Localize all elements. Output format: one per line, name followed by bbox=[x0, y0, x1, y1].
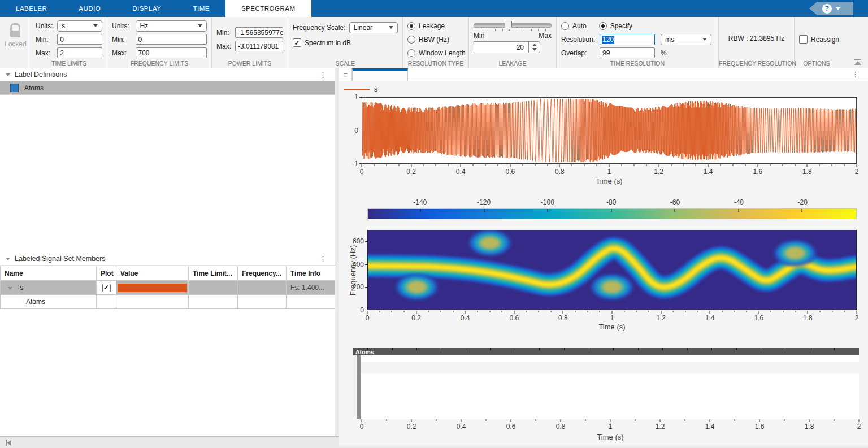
row-expand-icon[interactable] bbox=[8, 287, 12, 290]
freq-min-value: 0 bbox=[138, 36, 142, 44]
tick-mark bbox=[758, 311, 759, 314]
tick-label: 0.2 bbox=[406, 168, 416, 176]
plot-tab[interactable] bbox=[352, 68, 408, 81]
hamburger-icon: ≡ bbox=[343, 71, 348, 79]
cell-time-info[interactable]: Fs: 1.400... bbox=[287, 281, 336, 295]
atoms-track-left-bar[interactable] bbox=[357, 355, 361, 419]
kebab-menu-icon[interactable]: ⋮ bbox=[852, 70, 859, 79]
leakage-value: 20 bbox=[517, 44, 524, 51]
tick-label: 1.6 bbox=[755, 423, 765, 430]
time-max-input[interactable]: 2 bbox=[57, 47, 102, 58]
time-min-input[interactable]: 0 bbox=[57, 34, 102, 45]
specify-radio[interactable] bbox=[599, 22, 607, 30]
overlap-input[interactable]: 99 bbox=[600, 47, 655, 58]
tick-label: 1 bbox=[610, 314, 614, 322]
leakage-value-input[interactable]: 20 bbox=[474, 41, 529, 53]
freq-units-dropdown[interactable]: Hz bbox=[136, 20, 207, 32]
lock-button[interactable]: Locked bbox=[5, 23, 26, 48]
minor-tick-mark bbox=[721, 164, 721, 166]
freq-scale-dropdown[interactable]: Linear bbox=[349, 22, 398, 33]
leakage-slider[interactable] bbox=[474, 23, 552, 28]
legend-label: s bbox=[374, 85, 377, 93]
window-length-radio[interactable] bbox=[407, 49, 415, 57]
tick-mark bbox=[365, 310, 367, 310]
collapse-triangle-icon[interactable] bbox=[6, 258, 10, 260]
collapse-triangle-icon[interactable] bbox=[6, 73, 10, 76]
kebab-menu-icon[interactable]: ⋮ bbox=[319, 255, 327, 263]
resolution-input[interactable]: 120 bbox=[600, 34, 655, 45]
tab-spectrogram[interactable]: SPECTROGRAM bbox=[225, 0, 311, 17]
leakage-radio[interactable] bbox=[407, 22, 415, 30]
signal-xlabel: Time (s) bbox=[362, 177, 857, 185]
resolution-unit-dropdown[interactable]: ms bbox=[661, 34, 711, 45]
power-max-label: Max: bbox=[216, 42, 233, 50]
time-units-dropdown[interactable]: s bbox=[57, 20, 102, 32]
spectrogram-canvas bbox=[368, 230, 856, 310]
spinner-down-icon[interactable] bbox=[532, 48, 537, 51]
auto-radio[interactable] bbox=[561, 22, 569, 30]
signal-plot[interactable] bbox=[362, 97, 857, 164]
rbw-radio[interactable] bbox=[407, 36, 415, 44]
kebab-menu-icon[interactable]: ⋮ bbox=[319, 71, 327, 79]
spinner-up-icon[interactable] bbox=[532, 44, 537, 46]
spectrogram-plot[interactable] bbox=[367, 230, 857, 310]
freq-scale-label: Frequency Scale: bbox=[293, 24, 347, 32]
cell-time-limit[interactable] bbox=[189, 281, 238, 295]
panel-splitter[interactable] bbox=[335, 68, 339, 436]
reassign-checkbox[interactable] bbox=[799, 35, 808, 44]
spectrum-db-checkbox[interactable]: ✓ bbox=[293, 38, 301, 47]
col-frequency[interactable]: Frequency... bbox=[238, 266, 287, 281]
signal-color-bar[interactable] bbox=[118, 284, 187, 292]
spectrogram-ylabel: Frequency (Hz) bbox=[349, 237, 357, 305]
collapse-toolstrip-button[interactable] bbox=[854, 59, 861, 65]
tab-display[interactable]: DISPLAY bbox=[116, 0, 177, 17]
time-min-label: Min: bbox=[36, 36, 55, 44]
col-time-info[interactable]: Time Info bbox=[287, 266, 336, 281]
table-row-signal-s[interactable]: s ✓ Fs: 1.400... bbox=[1, 281, 336, 295]
spectrogram-toolstrip: Locked Units: s Min: 0 Max: 2 TIME LIMIT… bbox=[0, 17, 868, 68]
leakage-spinner-buttons[interactable] bbox=[529, 41, 540, 53]
col-value[interactable]: Value bbox=[116, 266, 189, 281]
legend-line-icon bbox=[344, 89, 370, 90]
section-options: Reassign OPTIONS bbox=[795, 17, 839, 68]
tick-label: 2 bbox=[855, 168, 859, 176]
bottom-strip bbox=[339, 445, 868, 448]
colorbar-tick-label: -100 bbox=[541, 198, 554, 206]
label-definition-item-atoms[interactable]: Atoms bbox=[0, 81, 335, 95]
tick-mark bbox=[359, 163, 362, 164]
table-row-label-atoms[interactable]: Atoms bbox=[1, 295, 336, 309]
tab-labeler[interactable]: LABELER bbox=[0, 0, 63, 17]
tab-audio[interactable]: AUDIO bbox=[63, 0, 116, 17]
col-time-limit[interactable]: Time Limit... bbox=[189, 266, 238, 281]
colorbar[interactable] bbox=[367, 208, 857, 219]
hamburger-menu-button[interactable]: ≡ bbox=[339, 68, 352, 81]
minor-tick-mark bbox=[745, 164, 745, 166]
members-header[interactable]: Labeled Signal Set Members ⋮ bbox=[0, 253, 335, 266]
tab-time[interactable]: TIME bbox=[177, 0, 225, 17]
col-name[interactable]: Name bbox=[1, 266, 97, 281]
minor-tick-mark bbox=[535, 164, 535, 166]
tick-mark bbox=[710, 311, 710, 314]
minor-tick-mark bbox=[734, 311, 735, 312]
horizontal-scrollbar[interactable] bbox=[0, 436, 339, 448]
power-max-input[interactable]: -3.011179081 bbox=[235, 41, 283, 51]
plot-checkbox[interactable]: ✓ bbox=[102, 284, 111, 292]
power-min-input[interactable]: -1.565355977e+2 bbox=[235, 27, 283, 38]
atoms-track-header[interactable]: Atoms bbox=[353, 348, 859, 355]
freq-max-value: 700 bbox=[138, 49, 150, 57]
label-definitions-header[interactable]: Label Definitions ⋮ bbox=[0, 68, 335, 81]
minor-tick-mark bbox=[685, 311, 685, 312]
tick-mark bbox=[609, 164, 610, 167]
colorbar-tick-labels: -140-120-100-80-60-40-20 bbox=[367, 198, 857, 207]
colorbar-tick-mark bbox=[484, 209, 484, 212]
cell-frequency[interactable] bbox=[238, 281, 287, 295]
tick-label: 0.8 bbox=[555, 168, 565, 176]
tick-label: 1.8 bbox=[803, 314, 813, 322]
atoms-track-plot[interactable] bbox=[361, 355, 859, 419]
col-plot[interactable]: Plot bbox=[97, 266, 116, 281]
minor-tick-mark bbox=[502, 311, 502, 312]
scroll-to-start-icon[interactable] bbox=[6, 440, 11, 446]
help-button[interactable]: ? bbox=[809, 2, 853, 15]
freq-min-input[interactable]: 0 bbox=[136, 34, 207, 45]
freq-max-input[interactable]: 700 bbox=[136, 47, 207, 58]
